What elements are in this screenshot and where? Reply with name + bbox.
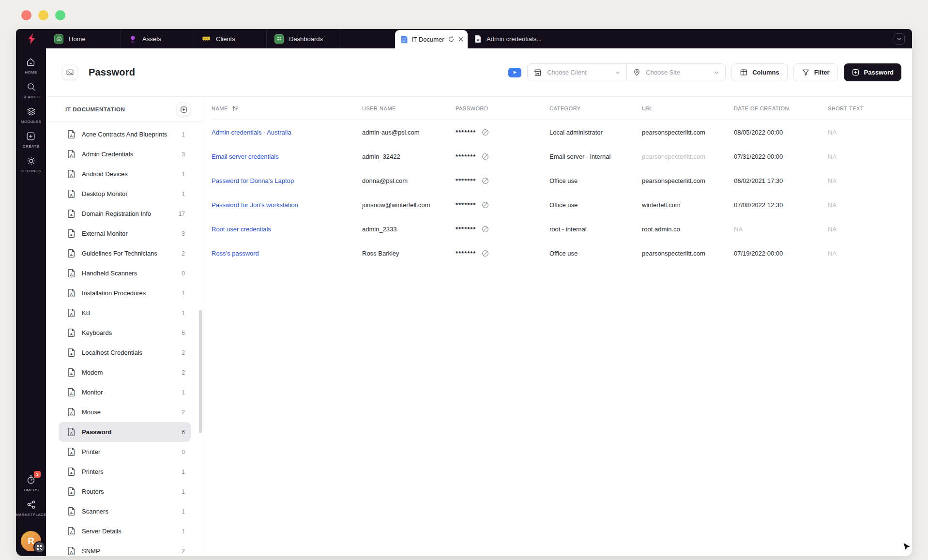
sidebar-item[interactable]: A Android Devices 1: [59, 164, 191, 184]
sidebar-item-label: KB: [82, 309, 90, 317]
sidebar-item[interactable]: A Routers 1: [59, 482, 191, 501]
reveal-password-icon[interactable]: [481, 177, 489, 185]
sidebar-item[interactable]: A Keyboards 6: [59, 323, 191, 343]
document-a-icon: A: [67, 467, 76, 476]
tab-it-documentation[interactable]: IT Documentation: [395, 30, 468, 48]
topbar-right: [894, 29, 912, 48]
cell-username: donna@psl.com: [362, 177, 456, 184]
filter-button[interactable]: Filter: [793, 63, 838, 81]
cell-short-text: NA: [828, 226, 912, 233]
sidebar-item-label: External Monitor: [82, 230, 128, 237]
rail-item-settings[interactable]: SETTINGS: [20, 156, 41, 173]
rail-item-create[interactable]: CREATE: [23, 131, 39, 149]
sidebar-item-label: Routers: [82, 488, 104, 495]
sidebar-item[interactable]: A Server Details 1: [59, 521, 191, 541]
rail-item-modules[interactable]: MODULES: [21, 106, 41, 124]
column-header-category[interactable]: CATEGORY: [549, 106, 642, 111]
sidebar-item[interactable]: A Printers 1: [59, 462, 191, 482]
sidebar-item[interactable]: A Domain Registration Info 17: [59, 204, 191, 224]
add-password-button[interactable]: Password: [844, 63, 901, 81]
sidebar-item[interactable]: A Desktop Monitor 1: [59, 184, 191, 204]
sidebar-item[interactable]: A Monitor 1: [59, 382, 191, 402]
collapse-sidebar-button[interactable]: [62, 65, 77, 80]
reveal-password-icon[interactable]: [481, 201, 489, 209]
password-name-link[interactable]: Password for Jon's workstation: [212, 201, 362, 209]
document-a-icon: A: [67, 130, 76, 139]
cell-username: admin_32422: [362, 153, 456, 160]
column-header-name[interactable]: NAME: [212, 105, 362, 112]
sort-ascending-icon[interactable]: [232, 105, 239, 112]
nav-tab-assets[interactable]: Assets: [121, 29, 194, 48]
sidebar-item-label: Guidelines For Technicians: [82, 250, 157, 257]
column-header-username[interactable]: USER NAME: [362, 106, 456, 111]
sidebar-item[interactable]: A External Monitor 3: [59, 224, 191, 243]
document-a-icon: A: [67, 487, 76, 496]
app-window: Home Assets Clients Dashboards: [16, 29, 912, 556]
rail-item-label: SETTINGS: [20, 169, 41, 173]
column-header-date-of-creation[interactable]: DATE OF CREATION: [734, 106, 828, 111]
qr-badge-icon[interactable]: [33, 541, 46, 553]
sidebar-item[interactable]: A Handheld Scanners 0: [59, 263, 191, 283]
document-a-icon: A: [67, 189, 76, 198]
sidebar-item[interactable]: A KB 1: [59, 303, 191, 323]
nav-tab-dashboards[interactable]: Dashboards: [267, 29, 339, 48]
sidebar-item[interactable]: A Localhost Credentials 2: [59, 343, 191, 363]
tab-overflow-button[interactable]: [894, 33, 905, 45]
rail-item-home[interactable]: HOME: [25, 57, 37, 75]
close-tab-icon[interactable]: [458, 36, 464, 42]
rail-item-search[interactable]: SEARCH: [22, 82, 40, 99]
sidebar-item-label: Keyboards: [82, 329, 112, 336]
reveal-password-icon[interactable]: [481, 249, 489, 257]
sidebar-item[interactable]: A Printer 0: [59, 442, 191, 462]
reveal-password-icon[interactable]: [481, 152, 489, 161]
zoom-window-button[interactable]: [55, 10, 65, 20]
cell-username: jonsnow@winterfell.com: [362, 201, 456, 209]
sidebar-item[interactable]: A Mouse 2: [59, 402, 191, 422]
choose-client-dropdown[interactable]: Choose Client: [528, 64, 626, 81]
column-header-short-text[interactable]: SHORT TEXT: [828, 106, 912, 111]
password-name-link[interactable]: Root user credentials: [212, 226, 362, 233]
tab-admin-credentials[interactable]: A Admin credentials...: [468, 29, 550, 48]
reveal-password-icon[interactable]: [481, 225, 489, 233]
choose-site-dropdown[interactable]: Choose Site: [626, 64, 725, 81]
rail-item-marketplace[interactable]: MARKETPLACE: [16, 499, 46, 517]
user-avatar[interactable]: R: [21, 531, 41, 551]
sidebar-item[interactable]: A Guidelines For Technicians 2: [59, 243, 191, 263]
sidebar-scrollbar[interactable]: [199, 310, 202, 433]
add-document-type-button[interactable]: [177, 103, 190, 116]
column-header-password[interactable]: PASSWORD: [456, 106, 549, 111]
cell-url: pearsonspecterlitt.com: [642, 177, 734, 184]
nav-tab-home[interactable]: Home: [46, 29, 121, 48]
cell-short-text: NA: [828, 177, 912, 184]
storefront-icon: [533, 68, 542, 77]
cell-short-text: NA: [828, 129, 912, 136]
reveal-password-icon[interactable]: [481, 128, 489, 136]
brand-logo[interactable]: [16, 29, 46, 48]
column-header-url[interactable]: URL: [642, 106, 734, 111]
sidebar-item[interactable]: A Acne Contracts And Blueprints 1: [59, 124, 191, 144]
close-window-button[interactable]: [21, 10, 31, 20]
sidebar-item[interactable]: A Modem 2: [59, 363, 191, 382]
cell-category: Office use: [549, 177, 642, 184]
columns-button[interactable]: Columns: [731, 63, 788, 81]
sidebar-title: IT DOCUMENTATION: [65, 106, 125, 112]
nav-tab-clients[interactable]: Clients: [194, 29, 267, 48]
video-tutorial-button[interactable]: [508, 68, 521, 77]
password-name-link[interactable]: Ross's password: [212, 250, 362, 257]
rail-item-timers[interactable]: 3 TIMERS: [23, 474, 39, 492]
refresh-tab-icon[interactable]: [448, 36, 455, 43]
minimize-window-button[interactable]: [38, 10, 48, 20]
sidebar-item[interactable]: A Scanners 1: [59, 501, 191, 521]
table-body: Admin credentials - Australia admin-aus@…: [212, 120, 912, 265]
password-name-link[interactable]: Admin credentials - Australia: [212, 129, 362, 136]
sidebar-item[interactable]: A SNMP 2: [59, 541, 191, 556]
sidebar-item[interactable]: A Password 6: [59, 422, 191, 442]
password-name-link[interactable]: Email server credentials: [212, 153, 362, 160]
layers-icon: [26, 106, 36, 117]
password-name-link[interactable]: Password for Donna's Laptop: [212, 177, 362, 184]
document-a-icon: A: [67, 408, 76, 417]
sidebar-item[interactable]: A Admin Credentials 3: [59, 144, 191, 164]
it-documentation-sidebar: IT DOCUMENTATION A Acne Contracts And Bl…: [46, 97, 203, 556]
document-a-icon: A: [67, 527, 76, 536]
sidebar-item[interactable]: A Installation Procedures 1: [59, 283, 191, 303]
